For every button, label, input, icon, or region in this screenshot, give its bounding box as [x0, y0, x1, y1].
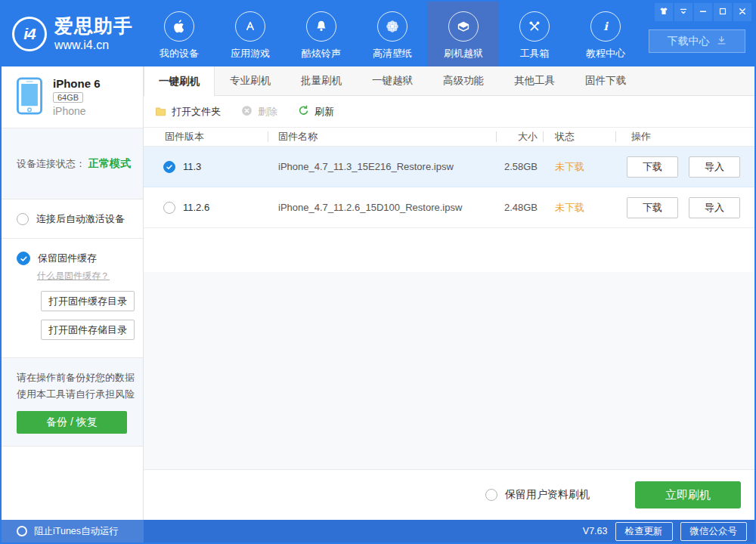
open-folder-button[interactable]: 打开文件夹 [154, 105, 221, 119]
firmware-version: 11.2.6 [183, 202, 209, 213]
backup-warning-line2: 使用本工具请自行承担风险 [17, 386, 143, 403]
menu-button[interactable] [674, 3, 692, 21]
app-url: www.i4.cn [54, 39, 133, 52]
firmware-select-radio[interactable] [163, 161, 175, 173]
sidebar: iPhone 6 64GB iPhone 设备连接状态： 正常模式 连接后自动激… [2, 66, 144, 520]
column-header-version: 固件版本 [144, 128, 268, 146]
close-icon [737, 6, 748, 19]
auto-activate-toggle[interactable]: 连接后自动激活设备 [17, 212, 125, 226]
firmware-name: iPhone_4.7_11.2.6_15D100_Restore.ipsw [268, 202, 497, 213]
appstore-icon [235, 11, 265, 42]
phone-icon [17, 77, 42, 118]
nav-item-flash-jailbreak[interactable]: 刷机越狱 [428, 2, 499, 66]
connection-status-value: 正常模式 [88, 157, 131, 171]
firmware-size: 2.48GB [497, 202, 544, 213]
wechat-official-button[interactable]: 微信公众号 [680, 522, 748, 541]
main-panel: 一键刷机专业刷机批量刷机一键越狱高级功能其他工具固件下载 打开文件夹 删除 刷新… [144, 66, 754, 520]
block-itunes-radio[interactable] [17, 526, 27, 536]
open-cache-dir-button[interactable]: 打开固件缓存目录 [41, 291, 135, 311]
download-center-button[interactable]: 下载中心 [649, 29, 745, 53]
column-header-status: 状态 [544, 128, 616, 146]
tab-other-tools[interactable]: 其他工具 [499, 66, 570, 95]
device-capacity-badge: 64GB [53, 92, 83, 103]
open-storage-dir-button[interactable]: 打开固件存储目录 [41, 320, 135, 340]
nav-item-tutorials[interactable]: i教程中心 [570, 2, 641, 66]
close-button[interactable] [733, 3, 751, 21]
app-header: i4 爱思助手 www.i4.cn 我的设备应用游戏酷炫铃声高清壁纸刷机越狱工具… [2, 2, 754, 66]
apple-icon [164, 11, 194, 42]
nav-item-my-device[interactable]: 我的设备 [144, 2, 215, 66]
nav-item-label: 教程中心 [586, 47, 625, 60]
logo-i4-icon: i4 [12, 17, 47, 51]
refresh-button[interactable]: 刷新 [297, 104, 334, 119]
connection-status: 设备连接状态： 正常模式 [2, 128, 143, 199]
column-header-size: 大小 [497, 128, 544, 146]
keep-cache-radio[interactable] [17, 252, 30, 265]
nav-item-wallpapers[interactable]: 高清壁纸 [357, 2, 428, 66]
firmware-version: 11.3 [183, 161, 201, 172]
device-name: iPhone 6 [53, 77, 101, 90]
firmware-status: 未下载 [544, 201, 616, 215]
check-update-button[interactable]: 检查更新 [615, 522, 673, 541]
bell-icon [306, 11, 336, 42]
folder-icon [154, 105, 167, 118]
firmware-select-radio[interactable] [163, 202, 175, 214]
nav-item-label: 工具箱 [520, 47, 550, 60]
backup-restore-button[interactable]: 备份 / 恢复 [17, 411, 127, 434]
download-icon [716, 35, 727, 48]
refresh-icon [297, 104, 310, 119]
connection-status-label: 设备连接状态： [17, 157, 85, 171]
device-info-panel: iPhone 6 64GB iPhone [2, 66, 143, 128]
delete-button[interactable]: 删除 [240, 104, 277, 119]
main-nav: 我的设备应用游戏酷炫铃声高清壁纸刷机越狱工具箱i教程中心 [144, 2, 641, 66]
open-folder-label: 打开文件夹 [172, 105, 221, 119]
auto-activate-radio[interactable] [17, 213, 29, 225]
device-type: iPhone [53, 105, 101, 117]
box-icon [448, 11, 479, 42]
delete-label: 删除 [258, 105, 277, 119]
download-button[interactable]: 下载 [627, 156, 678, 178]
download-button[interactable]: 下载 [627, 197, 678, 218]
keep-user-data-label: 保留用户资料刷机 [505, 488, 590, 502]
keep-user-data-radio[interactable] [485, 489, 497, 501]
block-itunes-toggle[interactable]: 阻止iTunes自动运行 [2, 520, 144, 542]
refresh-label: 刷新 [314, 105, 334, 119]
maximize-button[interactable] [714, 3, 732, 21]
tab-one-key-flash[interactable]: 一键刷机 [144, 66, 215, 96]
nav-item-label: 我的设备 [160, 47, 199, 60]
flash-footer: 保留用户资料刷机 立即刷机 [144, 469, 754, 520]
delete-icon [240, 104, 253, 119]
import-button[interactable]: 导入 [689, 197, 740, 218]
column-header-action: 操作 [616, 128, 754, 146]
nav-item-toolbox[interactable]: 工具箱 [499, 2, 570, 66]
nav-item-apps-games[interactable]: 应用游戏 [215, 2, 286, 66]
tab-bar: 一键刷机专业刷机批量刷机一键越狱高级功能其他工具固件下载 [144, 66, 754, 96]
what-is-cache-link[interactable]: 什么是固件缓存？ [37, 270, 110, 283]
tab-firmware-download[interactable]: 固件下载 [570, 66, 641, 95]
nav-item-label: 高清壁纸 [373, 47, 412, 60]
keep-user-data-toggle[interactable]: 保留用户资料刷机 [485, 488, 590, 502]
tab-one-key-jailbreak[interactable]: 一键越狱 [357, 66, 428, 95]
import-button[interactable]: 导入 [689, 156, 740, 178]
app-logo: i4 爱思助手 www.i4.cn [2, 2, 144, 66]
firmware-table-header: 固件版本 固件名称 大小 状态 操作 [144, 128, 754, 147]
tab-batch-flash[interactable]: 批量刷机 [286, 66, 357, 95]
nav-item-label: 酷炫铃声 [302, 47, 341, 60]
backup-warning-line1: 请在操作前备份好您的数据 [17, 369, 143, 386]
tab-pro-flash[interactable]: 专业刷机 [215, 66, 286, 95]
wallpaper-icon [377, 11, 407, 42]
shirt-icon [658, 6, 669, 19]
menu-down-icon [678, 6, 689, 19]
firmware-name: iPhone_4.7_11.3_15E216_Restore.ipsw [268, 161, 497, 172]
nav-item-ringtones[interactable]: 酷炫铃声 [286, 2, 357, 66]
minimize-button[interactable] [694, 3, 712, 21]
list-padding [144, 228, 754, 272]
tab-advanced[interactable]: 高级功能 [428, 66, 499, 95]
column-header-name: 固件名称 [268, 128, 497, 146]
keep-cache-toggle[interactable]: 保留固件缓存 [17, 252, 143, 265]
firmware-row: 11.2.6iPhone_4.7_11.2.6_15D100_Restore.i… [144, 187, 754, 228]
empty-area [144, 272, 754, 469]
skin-button[interactable] [655, 3, 673, 21]
status-bar: 阻止iTunes自动运行 V7.63 检查更新 微信公众号 [2, 520, 754, 542]
flash-now-button[interactable]: 立即刷机 [635, 481, 741, 508]
